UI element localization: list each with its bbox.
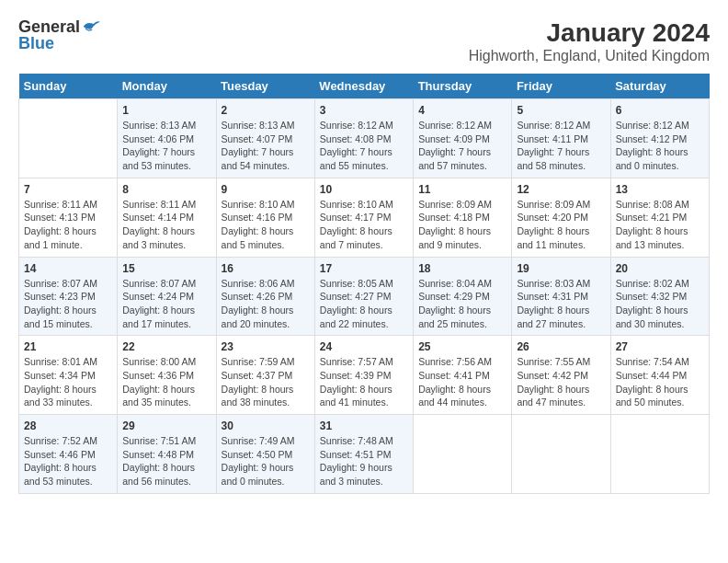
calendar-cell: 22Sunrise: 8:00 AMSunset: 4:36 PMDayligh… [118,336,216,415]
calendar-cell [414,415,512,494]
calendar-cell: 14Sunrise: 8:07 AMSunset: 4:23 PMDayligh… [19,257,118,336]
calendar-header-row: SundayMondayTuesdayWednesdayThursdayFrid… [19,74,710,99]
day-number: 9 [222,183,310,196]
day-number: 24 [320,340,408,353]
day-info: Sunrise: 8:12 AMSunset: 4:11 PMDaylight:… [517,119,605,173]
day-number: 7 [24,183,112,196]
calendar-cell: 20Sunrise: 8:02 AMSunset: 4:32 PMDayligh… [610,257,709,336]
day-number: 5 [517,104,605,117]
column-header-friday: Friday [512,74,610,99]
day-number: 26 [517,340,605,353]
day-info: Sunrise: 8:09 AMSunset: 4:20 PMDaylight:… [517,198,605,252]
calendar-cell: 23Sunrise: 7:59 AMSunset: 4:37 PMDayligh… [216,336,314,415]
day-info: Sunrise: 7:54 AMSunset: 4:44 PMDaylight:… [616,355,704,409]
calendar-cell: 31Sunrise: 7:48 AMSunset: 4:51 PMDayligh… [314,415,413,494]
day-number: 22 [122,340,210,353]
day-info: Sunrise: 7:49 AMSunset: 4:50 PMDaylight:… [222,434,310,488]
day-info: Sunrise: 8:10 AMSunset: 4:16 PMDaylight:… [222,198,310,252]
calendar-week-row: 7Sunrise: 8:11 AMSunset: 4:13 PMDaylight… [19,178,710,257]
calendar-cell: 12Sunrise: 8:09 AMSunset: 4:20 PMDayligh… [512,178,610,257]
day-info: Sunrise: 7:48 AMSunset: 4:51 PMDaylight:… [320,434,408,488]
calendar-cell: 2Sunrise: 8:13 AMSunset: 4:07 PMDaylight… [216,99,314,178]
calendar-cell: 11Sunrise: 8:09 AMSunset: 4:18 PMDayligh… [414,178,512,257]
day-info: Sunrise: 8:04 AMSunset: 4:29 PMDaylight:… [418,277,506,331]
subtitle: Highworth, England, United Kingdom [469,48,710,64]
calendar-cell: 19Sunrise: 8:03 AMSunset: 4:31 PMDayligh… [512,257,610,336]
calendar-cell: 25Sunrise: 7:56 AMSunset: 4:41 PMDayligh… [414,336,512,415]
column-header-saturday: Saturday [610,74,709,99]
column-header-monday: Monday [118,74,216,99]
calendar-week-row: 1Sunrise: 8:13 AMSunset: 4:06 PMDaylight… [19,99,710,178]
day-info: Sunrise: 8:11 AMSunset: 4:14 PMDaylight:… [122,198,210,252]
calendar-week-row: 21Sunrise: 8:01 AMSunset: 4:34 PMDayligh… [19,336,710,415]
calendar-table: SundayMondayTuesdayWednesdayThursdayFrid… [18,74,710,494]
day-number: 20 [616,262,704,275]
day-number: 16 [222,262,310,275]
calendar-cell: 3Sunrise: 8:12 AMSunset: 4:08 PMDaylight… [314,99,413,178]
day-number: 2 [222,104,310,117]
calendar-cell: 10Sunrise: 8:10 AMSunset: 4:17 PMDayligh… [314,178,413,257]
day-number: 13 [616,183,704,196]
calendar-cell: 9Sunrise: 8:10 AMSunset: 4:16 PMDaylight… [216,178,314,257]
logo-text-blue: Blue [18,35,54,52]
day-number: 3 [320,104,408,117]
calendar-cell: 27Sunrise: 7:54 AMSunset: 4:44 PMDayligh… [610,336,709,415]
day-info: Sunrise: 7:57 AMSunset: 4:39 PMDaylight:… [320,355,408,409]
logo-text-general: General [18,18,80,35]
calendar-cell: 30Sunrise: 7:49 AMSunset: 4:50 PMDayligh… [216,415,314,494]
calendar-cell: 18Sunrise: 8:04 AMSunset: 4:29 PMDayligh… [414,257,512,336]
calendar-cell: 8Sunrise: 8:11 AMSunset: 4:14 PMDaylight… [118,178,216,257]
day-info: Sunrise: 8:08 AMSunset: 4:21 PMDaylight:… [616,198,704,252]
day-number: 25 [418,340,506,353]
day-number: 6 [616,104,704,117]
calendar-cell: 24Sunrise: 7:57 AMSunset: 4:39 PMDayligh… [314,336,413,415]
day-number: 19 [517,262,605,275]
day-number: 29 [122,419,210,432]
calendar-cell: 1Sunrise: 8:13 AMSunset: 4:06 PMDaylight… [118,99,216,178]
day-info: Sunrise: 8:12 AMSunset: 4:08 PMDaylight:… [320,119,408,173]
day-info: Sunrise: 8:13 AMSunset: 4:07 PMDaylight:… [222,119,310,173]
day-info: Sunrise: 8:05 AMSunset: 4:27 PMDaylight:… [320,277,408,331]
day-number: 10 [320,183,408,196]
day-info: Sunrise: 8:00 AMSunset: 4:36 PMDaylight:… [122,355,210,409]
day-info: Sunrise: 8:11 AMSunset: 4:13 PMDaylight:… [24,198,112,252]
day-number: 30 [222,419,310,432]
day-number: 8 [122,183,210,196]
day-number: 18 [418,262,506,275]
day-info: Sunrise: 8:13 AMSunset: 4:06 PMDaylight:… [122,119,210,173]
day-info: Sunrise: 8:01 AMSunset: 4:34 PMDaylight:… [24,355,112,409]
day-info: Sunrise: 8:06 AMSunset: 4:26 PMDaylight:… [222,277,310,331]
title-area: January 2024 Highworth, England, United … [469,18,710,64]
day-number: 28 [24,419,112,432]
day-number: 11 [418,183,506,196]
column-header-sunday: Sunday [19,74,118,99]
day-info: Sunrise: 8:12 AMSunset: 4:12 PMDaylight:… [616,119,704,173]
day-info: Sunrise: 8:10 AMSunset: 4:17 PMDaylight:… [320,198,408,252]
calendar-cell: 5Sunrise: 8:12 AMSunset: 4:11 PMDaylight… [512,99,610,178]
day-info: Sunrise: 8:03 AMSunset: 4:31 PMDaylight:… [517,277,605,331]
day-info: Sunrise: 8:12 AMSunset: 4:09 PMDaylight:… [418,119,506,173]
calendar-cell: 17Sunrise: 8:05 AMSunset: 4:27 PMDayligh… [314,257,413,336]
calendar-cell: 13Sunrise: 8:08 AMSunset: 4:21 PMDayligh… [610,178,709,257]
day-info: Sunrise: 7:56 AMSunset: 4:41 PMDaylight:… [418,355,506,409]
day-number: 14 [24,262,112,275]
column-header-tuesday: Tuesday [216,74,314,99]
calendar-week-row: 14Sunrise: 8:07 AMSunset: 4:23 PMDayligh… [19,257,710,336]
calendar-cell: 15Sunrise: 8:07 AMSunset: 4:24 PMDayligh… [118,257,216,336]
day-number: 12 [517,183,605,196]
calendar-cell: 16Sunrise: 8:06 AMSunset: 4:26 PMDayligh… [216,257,314,336]
calendar-cell: 7Sunrise: 8:11 AMSunset: 4:13 PMDaylight… [19,178,118,257]
calendar-week-row: 28Sunrise: 7:52 AMSunset: 4:46 PMDayligh… [19,415,710,494]
day-number: 21 [24,340,112,353]
main-title: January 2024 [469,18,710,48]
day-info: Sunrise: 8:07 AMSunset: 4:23 PMDaylight:… [24,277,112,331]
column-header-wednesday: Wednesday [314,74,413,99]
logo-bird-icon [80,18,100,35]
calendar-cell: 29Sunrise: 7:51 AMSunset: 4:48 PMDayligh… [118,415,216,494]
day-info: Sunrise: 8:09 AMSunset: 4:18 PMDaylight:… [418,198,506,252]
day-number: 17 [320,262,408,275]
calendar-cell: 4Sunrise: 8:12 AMSunset: 4:09 PMDaylight… [414,99,512,178]
day-number: 1 [122,104,210,117]
day-number: 27 [616,340,704,353]
column-header-thursday: Thursday [414,74,512,99]
